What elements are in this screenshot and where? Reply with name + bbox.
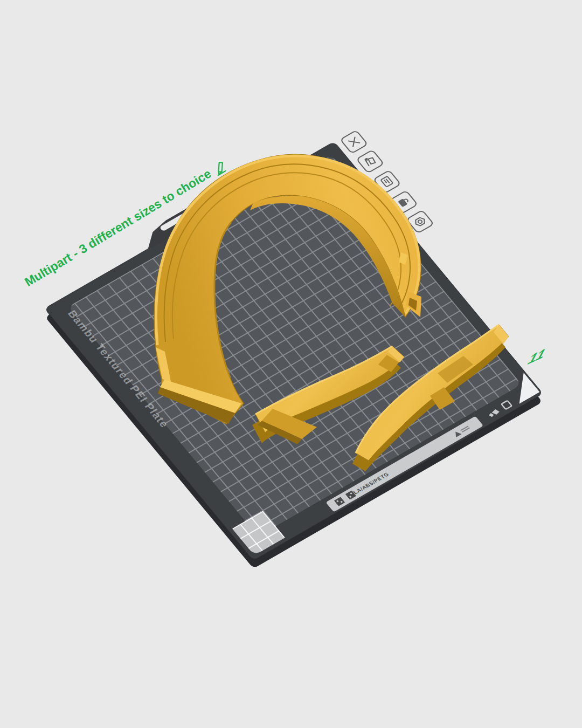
strap-b-top[interactable] <box>356 325 509 461</box>
viewport-3d[interactable]: Bambu Textured PEI Plate PLA/ABS/PETG <box>0 0 582 728</box>
models-layer <box>0 0 582 728</box>
model-strap-small[interactable] <box>352 325 509 471</box>
